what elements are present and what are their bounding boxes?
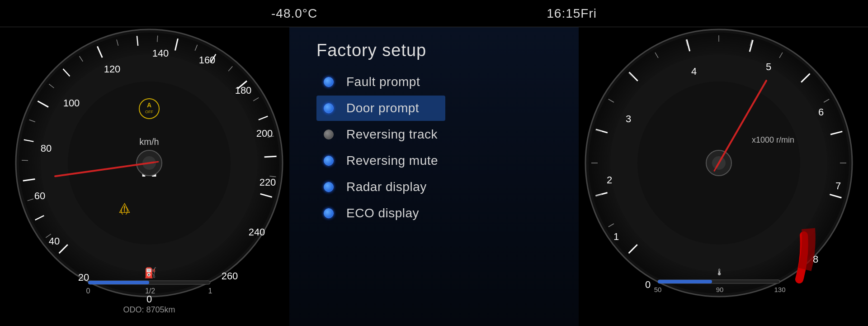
speedometer: 0 20 40 60 80 100 120	[9, 23, 289, 312]
menu-item-reversing-track[interactable]: Reversing track	[316, 122, 445, 147]
svg-text:OFF: OFF	[145, 110, 153, 114]
svg-text:40: 40	[49, 235, 60, 247]
menu-label-fault-prompt: Fault prompt	[346, 75, 420, 89]
top-bar: -48.0°C 16:15Fri	[0, 0, 868, 27]
svg-text:2: 2	[607, 174, 612, 186]
menu-label-reversing-track: Reversing track	[346, 127, 438, 142]
svg-text:km/h: km/h	[139, 137, 159, 147]
svg-text:1: 1	[208, 287, 212, 295]
svg-text:8: 8	[813, 254, 818, 265]
menu-item-eco-display[interactable]: ECO display	[316, 201, 445, 226]
menu-dot-reversing-mute	[324, 156, 334, 166]
svg-text:140: 140	[152, 48, 169, 59]
svg-text:0: 0	[645, 279, 651, 290]
svg-text:3: 3	[626, 113, 631, 125]
menu-title: Factory setup	[316, 41, 426, 60]
menu-dot-radar-display	[324, 182, 334, 192]
svg-text:200: 200	[256, 128, 273, 139]
svg-rect-57	[88, 281, 149, 284]
svg-line-39	[157, 36, 158, 42]
svg-line-28	[264, 156, 277, 157]
svg-text:240: 240	[249, 226, 265, 238]
svg-text:260: 260	[222, 270, 238, 282]
menu-item-reversing-mute[interactable]: Reversing mute	[316, 148, 445, 173]
svg-text:ODO: 8705km: ODO: 8705km	[123, 305, 175, 312]
menu-dot-reversing-track	[324, 129, 334, 139]
svg-text:⛽: ⛽	[144, 267, 157, 279]
temperature-display: -48.0°C	[271, 6, 317, 21]
menu-item-door-prompt[interactable]: Door prompt	[316, 96, 445, 121]
svg-text:90: 90	[716, 286, 724, 293]
menu-dot-fault-prompt	[324, 77, 334, 87]
menu-label-eco-display: ECO display	[346, 206, 419, 221]
svg-text:4: 4	[691, 66, 697, 77]
time-display: 16:15Fri	[547, 6, 597, 21]
menu-item-fault-prompt[interactable]: Fault prompt	[316, 69, 445, 95]
svg-text:7: 7	[835, 180, 841, 192]
menu-item-radar-display[interactable]: Radar display	[316, 174, 445, 200]
svg-text:5: 5	[766, 61, 771, 72]
svg-text:(!): (!)	[121, 206, 128, 215]
menu-label-radar-display: Radar display	[346, 180, 427, 194]
menu-label-door-prompt: Door prompt	[346, 101, 419, 115]
svg-text:20: 20	[78, 272, 89, 283]
svg-text:A: A	[147, 101, 151, 109]
menu-label-reversing-mute: Reversing mute	[346, 153, 438, 168]
svg-text:1: 1	[613, 231, 619, 242]
svg-text:1/2: 1/2	[145, 287, 155, 295]
menu-dot-eco-display	[324, 208, 334, 218]
svg-text:50: 50	[654, 286, 662, 293]
svg-text:120: 120	[104, 63, 121, 75]
svg-text:130: 130	[774, 286, 785, 293]
svg-text:60: 60	[34, 190, 45, 201]
svg-rect-104	[658, 280, 712, 283]
svg-text:0: 0	[86, 287, 90, 295]
svg-text:80: 80	[41, 143, 52, 154]
svg-text:0: 0	[146, 293, 152, 305]
svg-text:100: 100	[63, 97, 80, 109]
svg-text:6: 6	[818, 106, 824, 118]
svg-text:220: 220	[259, 177, 276, 188]
svg-text:🌡: 🌡	[715, 267, 724, 277]
svg-text:x1000 r/min: x1000 r/min	[752, 135, 794, 144]
svg-text:180: 180	[235, 85, 252, 96]
tachometer: 0 1 2 3 4 5 6	[579, 23, 859, 312]
factory-setup-menu: Factory setup Fault promptDoor promptRev…	[289, 27, 579, 326]
menu-dot-door-prompt	[324, 103, 334, 113]
